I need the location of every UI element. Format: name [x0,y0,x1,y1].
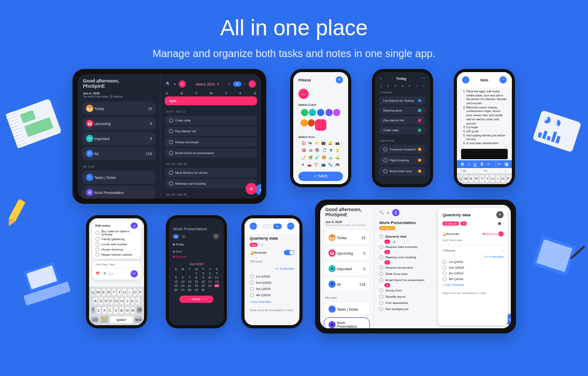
add-checklist-button[interactable]: + Add Checklist [245,298,299,305]
month-label[interactable]: March 2020 [196,82,215,86]
list-item[interactable]: Buy cake for father's birthday [95,229,138,236]
filter-kickoff[interactable]: ■ Kick-off [173,255,186,258]
format-toolbar[interactable]: BIUS̶≡⋮≡▦ [457,160,512,168]
icon-picker[interactable]: 🏠🛍⭐💼🔔📷 [293,140,348,147]
close-icon[interactable]: ✕ [179,80,186,88]
list-item[interactable]: Family gathering [95,236,138,241]
back-icon[interactable]: ‹ [462,76,469,83]
note-icon[interactable]: ▣ [496,220,504,227]
task-row[interactable]: Pay electric bill [165,127,257,136]
list-icon[interactable]: ≡ [487,162,490,166]
month-highlight[interactable]: April [165,96,257,105]
task-row[interactable]: Survey form [377,287,435,294]
menu-icon[interactable]: ⋯ [421,76,425,80]
task-row[interactable]: Meet Brittany for dinner [165,168,257,177]
task-row[interactable]: Slide show prep [377,271,435,277]
task-row[interactable]: Meeting room booking [377,254,435,260]
add-reminder-button[interactable]: Add Reminder [442,236,504,245]
save-button[interactable]: ✓ SAVE [298,172,343,181]
italic-icon[interactable]: I [468,162,469,166]
note-menu-icon[interactable]: ⋯ [499,76,507,83]
color-picker[interactable] [293,118,348,132]
task-row[interactable]: Font attendance [377,300,435,306]
close-icon[interactable]: ✕ [336,76,343,83]
task-row[interactable]: Book hotel room [379,166,426,176]
add-tab[interactable]: Add [461,169,467,172]
task-row[interactable]: Rework introduction [377,264,435,271]
key[interactable]: Q [458,175,463,183]
sort-icon[interactable]: ≡ [387,211,389,215]
repeat-row[interactable]: ↻ Repeat› [442,245,504,255]
date-pill[interactable]: 31 May 20 [442,221,458,226]
list-item[interactable]: 3rd Q2019 [442,270,504,275]
task-row[interactable]: Quarterly data [377,233,435,240]
color-picker[interactable] [293,107,348,118]
task-row[interactable]: Order cake [379,126,426,134]
strike-icon[interactable]: S̶ [481,162,483,166]
bucket-upcoming[interactable]: 📆 Upcoming5 [82,117,156,130]
underline-icon[interactable]: U [474,162,477,166]
task-row[interactable]: Email David for presentation [165,148,257,158]
task-row[interactable]: List feature for Startup [379,96,426,105]
bold-icon[interactable]: B [461,162,464,166]
close-icon[interactable]: ✕ [131,222,138,229]
search-icon[interactable]: 🔍 [166,82,170,86]
list-item[interactable]: 1st Q2019 [245,273,299,280]
repeat-row[interactable]: ↻ Repeat [245,258,299,264]
bucket-today[interactable]: 📅 Today15 [82,102,156,115]
back-icon[interactable]: ‹ [380,77,381,80]
wp-save-button[interactable]: SAVE [179,296,213,303]
calendar-menu-icon[interactable]: ⋯ [249,80,256,88]
filter-past[interactable]: ■ Past [173,250,182,253]
list-work-presentation[interactable]: ▣ Work Presentation [82,186,156,199]
close-icon[interactable]: ✕ [212,233,220,240]
flag-icon[interactable]: ⚑ [103,272,106,276]
list-item[interactable]: 4th Q2019 [245,292,299,298]
task-row[interactable]: Order cake [165,116,257,125]
list-item[interactable]: Lunch with brother [95,241,138,246]
list-tab[interactable]: list [484,169,487,172]
main-add-fab[interactable]: + [246,183,257,194]
task-row[interactable]: Simplify layout [377,294,435,300]
task-row[interactable]: Meeting room booking [165,179,257,188]
task-row[interactable]: Design prototype [165,137,257,147]
list-item[interactable]: 4th Q2019 [442,275,504,281]
bucket-upcoming[interactable]: 📆 Upcoming5 [324,246,369,260]
list-item[interactable]: 1st Q2019 [442,258,504,264]
menu-icon[interactable]: ⋯ [287,222,294,230]
bucket-today[interactable]: 📅 Today15 [324,231,369,244]
reminder-row[interactable]: 🔔 Reminder [442,232,460,236]
task-row[interactable]: Email David for presentation [377,277,435,283]
search-icon[interactable]: 🔍 [379,211,384,215]
task-row[interactable]: Flight booking [379,156,426,165]
filter-today[interactable]: ■ Today [173,243,184,246]
list-item[interactable]: 3rd Q2019 [245,286,299,292]
back-icon[interactable]: ‹ [250,222,257,230]
task-row[interactable]: Pay electric bill [379,116,426,124]
bucket-all[interactable]: ☰ All118 [324,277,369,291]
list-item[interactable]: Repair kitchen cabinet [95,252,138,257]
list-work-presentation[interactable]: ▣ Work Presentation [324,318,369,328]
icon-picker[interactable]: 📝🌿🧪🍔🚲⛳ [293,154,348,161]
sort-icon[interactable]: ≡ [174,82,176,86]
icon-picker[interactable]: ✈🚗🏋📺🐾🎮 [293,161,348,169]
list-tasks-notes[interactable]: ✎ Tasks | Notes [324,302,369,316]
task-row[interactable]: Request data summary [377,244,435,250]
task-row[interactable]: Transport research [379,145,426,154]
calendar-icon[interactable]: 📅 [95,272,100,276]
list-tasks-notes[interactable]: ✎ Tasks | Notes [82,171,156,184]
task-row[interactable]: Test background [377,306,435,312]
submit-icon[interactable]: ↵ [131,270,138,277]
numlist-icon[interactable]: ⋮≡ [494,162,500,166]
close-icon[interactable]: ✕ [496,211,504,218]
new-task-input[interactable]: Add New Task [95,263,138,268]
tag-icon[interactable]: 🏷 [109,272,113,276]
reminder-row[interactable]: 🔔 Reminder [250,251,267,255]
list-item[interactable]: 2nd Q2019 [245,280,299,286]
bucket-all[interactable]: ☰ All118 [82,147,156,160]
bucket-important[interactable]: ★ Important5 [324,262,369,275]
image-icon[interactable]: ▦ [505,162,509,166]
add-checklist-button[interactable]: + Add Checklist [442,281,504,286]
collapse-icon[interactable]: ❮ [392,209,399,216]
list-item[interactable]: House cleaning [95,246,138,252]
